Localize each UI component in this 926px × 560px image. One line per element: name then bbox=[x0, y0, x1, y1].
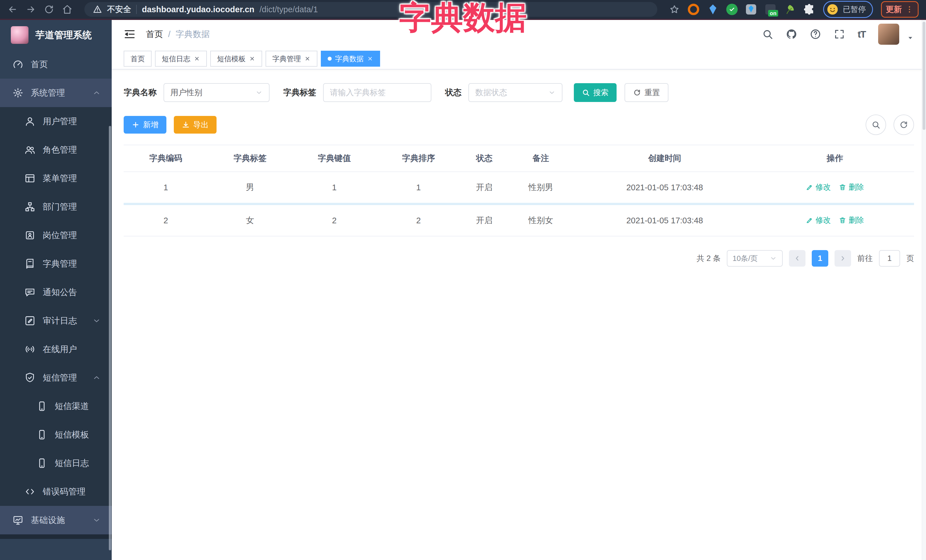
add-button[interactable]: 新增 bbox=[124, 116, 166, 134]
sidebar-logo-row[interactable]: 芋道管理系统 bbox=[0, 20, 112, 50]
trash-icon bbox=[839, 216, 846, 224]
close-icon[interactable] bbox=[367, 56, 373, 62]
table-body: 1男11开启性别男2021-01-05 17:03:48修改删除2女22开启性别… bbox=[124, 172, 914, 236]
caret-down-icon[interactable] bbox=[906, 34, 914, 42]
user-avatar[interactable] bbox=[878, 24, 899, 45]
extension-check-icon[interactable] bbox=[726, 4, 738, 15]
tab-短信日志[interactable]: 短信日志 bbox=[155, 51, 207, 66]
address-bar[interactable]: 不安全 dashboard.yudao.iocoder.cn /dict/typ… bbox=[84, 2, 657, 17]
close-icon[interactable] bbox=[304, 56, 310, 62]
delete-link[interactable]: 删除 bbox=[839, 182, 864, 192]
home-icon[interactable] bbox=[62, 4, 73, 15]
prev-page-button[interactable] bbox=[789, 250, 805, 267]
sidebar-item[interactable]: 通知公告 bbox=[0, 278, 112, 306]
pagination: 共 2 条 10条/页 1 前往 页 bbox=[124, 250, 914, 267]
extension-leaf-icon[interactable] bbox=[784, 3, 796, 15]
extension-gem-icon[interactable] bbox=[707, 3, 719, 15]
fullscreen-icon[interactable] bbox=[834, 29, 845, 40]
download-icon bbox=[182, 121, 190, 129]
extension-gray-icon[interactable] bbox=[745, 3, 757, 15]
dict-tag-input[interactable] bbox=[323, 83, 431, 102]
sidebar-scrollbar[interactable] bbox=[109, 126, 111, 550]
tab-字典管理[interactable]: 字典管理 bbox=[266, 51, 318, 66]
sidebar-item[interactable]: 岗位管理 bbox=[0, 221, 112, 249]
tab-首页[interactable]: 首页 bbox=[124, 51, 151, 66]
edit-link[interactable]: 修改 bbox=[806, 215, 831, 225]
sidebar-item[interactable]: 部门管理 bbox=[0, 193, 112, 221]
breadcrumb: 首页 / 字典数据 bbox=[146, 29, 210, 40]
sidebar-item[interactable]: 在线用户 bbox=[0, 335, 112, 364]
goto-page-input[interactable] bbox=[879, 250, 900, 267]
sidebar-item-label: 菜单管理 bbox=[43, 173, 77, 184]
refresh-table-button[interactable] bbox=[894, 115, 914, 135]
extension-on-icon[interactable]: on bbox=[764, 3, 776, 15]
sidebar-item-label: 短信管理 bbox=[43, 372, 77, 384]
menu-fold-icon[interactable] bbox=[124, 28, 136, 40]
sidebar-item-label: 首页 bbox=[31, 59, 48, 70]
browser-window: 不安全 dashboard.yudao.iocoder.cn /dict/typ… bbox=[0, 0, 926, 560]
tab-短信模板[interactable]: 短信模板 bbox=[210, 51, 262, 66]
tab-字典数据[interactable]: 字典数据 bbox=[321, 51, 380, 66]
menu-dots-icon[interactable] bbox=[905, 5, 914, 14]
forward-icon[interactable] bbox=[26, 4, 36, 15]
export-button[interactable]: 导出 bbox=[174, 116, 216, 134]
reload-icon[interactable] bbox=[44, 4, 54, 15]
cell-actions: 修改删除 bbox=[756, 204, 914, 236]
sidebar-item[interactable]: 角色管理 bbox=[0, 136, 112, 164]
help-icon[interactable] bbox=[810, 29, 821, 40]
page-size-select[interactable]: 10条/页 bbox=[727, 250, 783, 267]
font-size-icon[interactable]: tT bbox=[858, 29, 865, 40]
search-button-label: 搜索 bbox=[593, 88, 608, 98]
column-header: 操作 bbox=[756, 145, 914, 172]
dict-name-select[interactable]: 用户性别 bbox=[163, 83, 269, 102]
search-button[interactable]: 搜索 bbox=[574, 83, 617, 102]
status-label: 状态 bbox=[445, 87, 461, 98]
sidebar-item[interactable]: 系统管理 bbox=[0, 78, 112, 107]
next-page-button[interactable] bbox=[835, 250, 851, 267]
extension-puzzle-icon[interactable] bbox=[803, 3, 815, 15]
search-icon bbox=[582, 89, 590, 97]
search-icon[interactable] bbox=[762, 29, 773, 40]
reset-button[interactable]: 重置 bbox=[625, 83, 669, 102]
dictionary-icon bbox=[24, 258, 35, 269]
update-label: 更新 bbox=[886, 4, 902, 15]
sidebar-item[interactable]: 错误码管理 bbox=[0, 477, 112, 506]
column-header: 字典编码 bbox=[124, 145, 208, 172]
back-icon[interactable] bbox=[8, 4, 18, 15]
extension-orange-icon[interactable] bbox=[687, 3, 699, 15]
cell-status: 开启 bbox=[461, 204, 508, 236]
table-row[interactable]: 1男11开启性别男2021-01-05 17:03:48修改删除 bbox=[124, 172, 914, 204]
column-header: 状态 bbox=[461, 145, 508, 172]
github-icon[interactable] bbox=[786, 29, 797, 40]
edit-link[interactable]: 修改 bbox=[806, 182, 831, 192]
sidebar-item[interactable]: 基础设施 bbox=[0, 506, 112, 534]
window-scrollbar[interactable] bbox=[922, 20, 926, 560]
cell-value: 2 bbox=[292, 204, 377, 236]
cell-code: 2 bbox=[124, 204, 208, 236]
bookmark-star-icon[interactable] bbox=[669, 4, 679, 15]
toggle-search-button[interactable] bbox=[865, 115, 886, 135]
browser-update-button[interactable]: 更新 bbox=[881, 1, 918, 18]
status-select[interactable]: 数据状态 bbox=[468, 83, 563, 102]
sidebar-item[interactable]: 首页 bbox=[0, 50, 112, 78]
sidebar-item[interactable]: 短信渠道 bbox=[0, 392, 112, 420]
cell-remark: 性别男 bbox=[508, 172, 574, 204]
page-number-button[interactable]: 1 bbox=[812, 250, 828, 267]
sidebar-item[interactable]: 菜单管理 bbox=[0, 164, 112, 193]
sidebar-item[interactable]: 字典管理 bbox=[0, 249, 112, 278]
close-icon[interactable] bbox=[249, 56, 255, 62]
close-icon[interactable] bbox=[194, 56, 200, 62]
sidebar-item[interactable]: 审计日志 bbox=[0, 306, 112, 335]
sidebar-item[interactable]: 用户管理 bbox=[0, 107, 112, 136]
table-row[interactable]: 2女22开启性别女2021-01-05 17:03:48修改删除 bbox=[124, 204, 914, 236]
sidebar-item[interactable]: 短信日志 bbox=[0, 449, 112, 477]
extensions-cluster: on bbox=[687, 3, 815, 15]
scrollbar-thumb[interactable] bbox=[923, 22, 925, 130]
sidebar-item[interactable]: 短信管理 bbox=[0, 364, 112, 392]
breadcrumb-item-home[interactable]: 首页 bbox=[146, 29, 163, 40]
cell-created: 2021-01-05 17:03:48 bbox=[573, 172, 756, 204]
browser-profile-chip[interactable]: 已暂停 bbox=[823, 1, 873, 18]
sidebar-item[interactable]: 短信模板 bbox=[0, 420, 112, 449]
delete-link[interactable]: 删除 bbox=[839, 215, 864, 225]
online-users-icon bbox=[24, 344, 35, 355]
